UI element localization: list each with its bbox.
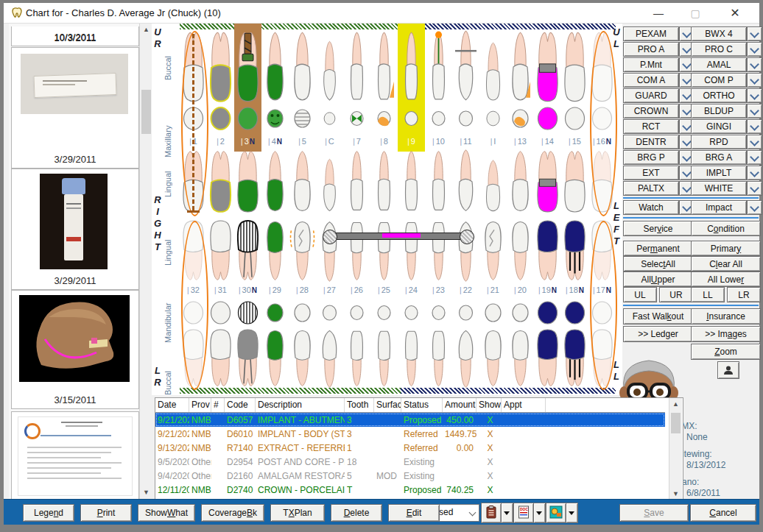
- button-quadrant-ur[interactable]: UR: [659, 287, 693, 302]
- tooth-10-buccal[interactable]: [425, 29, 452, 103]
- tooth-number-26[interactable]: |26: [343, 283, 370, 297]
- table-row[interactable]: 9/4/2020OtherD2160AMALGAM RESTORATION - …: [155, 469, 665, 483]
- quick-button-brg-a[interactable]: BRG A: [691, 150, 747, 165]
- tooth-24-buccal[interactable]: [398, 328, 425, 389]
- quick-button-com-a[interactable]: COM A: [623, 73, 679, 88]
- quick-button-pro-c[interactable]: PRO C: [691, 42, 747, 57]
- doc-icon-button[interactable]: DOC: [513, 503, 534, 523]
- tooth-30-lingual[interactable]: [234, 219, 261, 283]
- button-delete[interactable]: Delete: [331, 504, 382, 522]
- tooth-26-lingual[interactable]: [343, 219, 370, 283]
- tooth-14-lingual[interactable]: [534, 149, 561, 213]
- tooth-C-lingual[interactable]: [316, 149, 343, 213]
- tooth-13-buccal[interactable]: [507, 29, 534, 103]
- column-header-code[interactable]: Code: [225, 398, 256, 412]
- button-zoom[interactable]: Zoom: [691, 344, 761, 360]
- quick-button-impact[interactable]: Impact: [691, 200, 747, 215]
- tooth-30-buccal[interactable]: [234, 328, 261, 389]
- tooth-26-buccal[interactable]: [343, 328, 370, 389]
- tooth-2-occ[interactable]: [207, 103, 234, 134]
- quick-button-com-p-dropdown[interactable]: [747, 73, 762, 88]
- tooth-27-occ[interactable]: [316, 297, 343, 328]
- tooth-number-9[interactable]: |9: [398, 134, 425, 149]
- tooth-C-buccal[interactable]: [316, 29, 343, 103]
- button-show-what[interactable]: Show What: [138, 504, 195, 522]
- tooth-number-30[interactable]: |30N: [234, 283, 261, 297]
- button-tx-plan[interactable]: TX Plan: [270, 504, 325, 522]
- clipboard-icon-button[interactable]: [481, 503, 502, 523]
- tooth-I-occ[interactable]: [479, 103, 507, 134]
- quick-button-ortho[interactable]: ORTHO: [691, 88, 747, 103]
- button-coverage-bk[interactable]: Coverage Bk: [201, 504, 264, 522]
- quick-button-pro-a[interactable]: PRO A: [623, 42, 679, 57]
- button-permanent[interactable]: Permanent: [623, 241, 693, 256]
- tooth-9-occ[interactable]: [398, 103, 425, 134]
- tooth-5-lingual[interactable]: [289, 149, 316, 213]
- tooth-20-lingual[interactable]: [507, 219, 534, 283]
- tooth-I-lingual[interactable]: [479, 149, 507, 213]
- tooth-25-buccal[interactable]: [370, 328, 398, 389]
- quick-button-p-mnt[interactable]: P.Mnt: [623, 57, 679, 72]
- button-legend[interactable]: Legend: [23, 504, 74, 522]
- tooth-8-buccal[interactable]: [370, 29, 398, 103]
- tooth-7-lingual[interactable]: [343, 149, 370, 213]
- thumbnail-skull-photo[interactable]: 3/15/2011: [11, 290, 139, 409]
- tooth-5-buccal[interactable]: [289, 29, 316, 103]
- tooth-number-11[interactable]: |11: [452, 134, 479, 149]
- quick-button-ext[interactable]: EXT: [623, 166, 679, 180]
- tooth-number-10[interactable]: |10: [425, 134, 452, 149]
- tooth-7-buccal[interactable]: [343, 29, 370, 103]
- tooth-number-22[interactable]: |22: [452, 283, 479, 297]
- quick-button-crown[interactable]: CROWN: [623, 104, 679, 118]
- scrollbar-thumb[interactable]: [671, 413, 681, 433]
- quick-button-amal[interactable]: AMAL: [691, 57, 747, 72]
- quick-button-implt[interactable]: IMPLT: [691, 166, 747, 180]
- tooth-23-occ[interactable]: [425, 297, 452, 328]
- quick-button-brg-p[interactable]: BRG P: [623, 150, 679, 165]
- tooth-11-buccal[interactable]: [452, 29, 479, 103]
- button-quadrant-lr[interactable]: LR: [727, 287, 761, 302]
- tooth-24-occ[interactable]: [398, 297, 425, 328]
- quick-button-bldup[interactable]: BLDUP: [691, 104, 747, 118]
- tooth-26-occ[interactable]: [343, 297, 370, 328]
- tooth-number-25[interactable]: |25: [370, 283, 398, 297]
- scroll-up-icon[interactable]: ▲: [140, 24, 152, 36]
- tooth-11-lingual[interactable]: [452, 149, 479, 213]
- image-grid-icon-button[interactable]: [546, 503, 566, 523]
- tooth-number-15[interactable]: |15: [561, 134, 588, 149]
- tooth-28-buccal[interactable]: [289, 328, 316, 389]
- save-button[interactable]: Save: [619, 504, 689, 522]
- tooth-number-C[interactable]: |C: [316, 134, 343, 149]
- tooth-22-buccal[interactable]: [452, 328, 479, 389]
- column-header-status[interactable]: Status: [401, 398, 443, 412]
- tooth-11-occ[interactable]: [452, 103, 479, 134]
- button-clear-all[interactable]: Clear All: [691, 256, 761, 272]
- quick-button-bldup-dropdown[interactable]: [747, 104, 762, 118]
- column-header-prov[interactable]: Prov: [189, 398, 211, 412]
- tooth-number-5[interactable]: |5: [289, 134, 316, 149]
- tooth-29-lingual[interactable]: [261, 219, 289, 283]
- tooth-31-buccal[interactable]: [207, 328, 234, 389]
- quick-button-brg-a-dropdown[interactable]: [747, 150, 762, 165]
- button-print[interactable]: Print: [80, 504, 132, 522]
- column-header-date[interactable]: Date: [155, 398, 189, 412]
- column-header-surface[interactable]: Surface: [374, 398, 401, 412]
- tooth-13-lingual[interactable]: [507, 149, 534, 213]
- tooth-8-lingual[interactable]: [370, 149, 398, 213]
- button--images[interactable]: >> Images: [691, 326, 761, 342]
- tooth-23-buccal[interactable]: [425, 328, 452, 389]
- quick-button-dentr[interactable]: DENTR: [623, 135, 679, 149]
- cancel-button[interactable]: Cancel: [690, 504, 756, 522]
- tooth-29-buccal[interactable]: [261, 328, 289, 389]
- tooth-4-buccal[interactable]: [261, 29, 289, 103]
- tooth-number-I[interactable]: |I: [479, 134, 507, 149]
- tooth-25-lingual[interactable]: [370, 219, 398, 283]
- close-button[interactable]: ✕: [722, 5, 748, 21]
- tooth-15-lingual[interactable]: [561, 149, 588, 213]
- tooth-18-buccal[interactable]: [561, 328, 588, 389]
- tooth-10-lingual[interactable]: [425, 149, 452, 213]
- tooth-29-occ[interactable]: [261, 297, 289, 328]
- tooth-number-20[interactable]: |20: [507, 283, 534, 297]
- button-primary[interactable]: Primary: [691, 241, 761, 256]
- thumbnail-package-photo[interactable]: 3/29/2011: [11, 47, 139, 169]
